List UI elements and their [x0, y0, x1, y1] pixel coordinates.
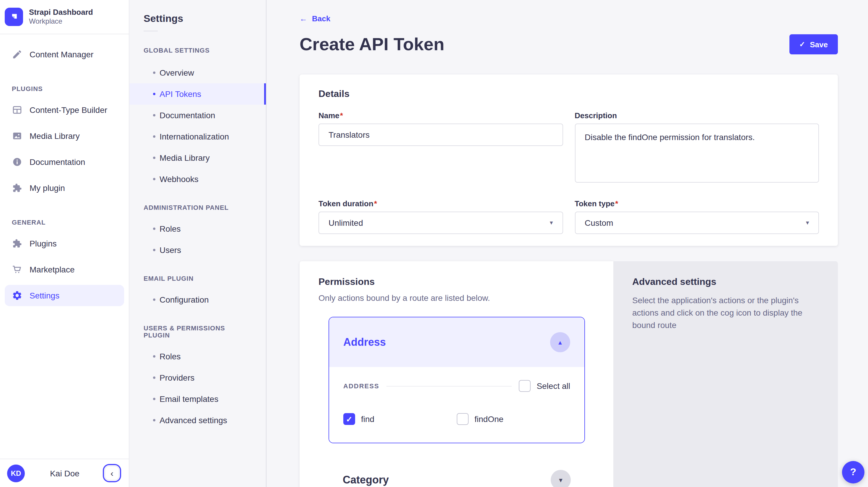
settings-item-overview[interactable]: Overview — [129, 62, 266, 83]
nav-item-my-plugin[interactable]: My plugin — [5, 177, 124, 199]
settings-item-webhooks[interactable]: Webhooks — [129, 169, 266, 190]
nav-item-label: My plugin — [30, 183, 65, 193]
nav-item-label: Media Library — [30, 131, 80, 141]
checkbox-unchecked-icon[interactable] — [457, 413, 469, 425]
main-content: ← Back Create API Token ✓ Save Details N… — [267, 0, 868, 487]
nav-item-documentation[interactable]: Documentation — [5, 151, 124, 173]
settings-item-api-tokens[interactable]: API Tokens — [129, 83, 266, 104]
name-input[interactable] — [318, 124, 563, 146]
save-label: Save — [810, 40, 828, 49]
checkbox-unchecked-icon[interactable] — [519, 380, 531, 392]
settings-item-label: Advanced settings — [159, 416, 227, 425]
required-asterisk: * — [615, 199, 618, 208]
nav-item-marketplace[interactable]: Marketplace — [5, 259, 124, 280]
bullet-icon — [153, 114, 155, 116]
settings-item-documentation[interactable]: Documentation — [129, 104, 266, 126]
page-title: Create API Token — [300, 33, 444, 56]
type-field-group: Token type* Custom ▼ — [575, 199, 819, 234]
user-menu[interactable]: KD Kai Doe ‹ — [0, 459, 129, 487]
collapse-accordion-button[interactable]: ▲ — [550, 332, 570, 352]
settings-item-roles-up[interactable]: Roles — [129, 346, 266, 367]
permissions-card: Permissions Only actions bound by a rout… — [300, 261, 613, 487]
bullet-icon — [153, 419, 155, 421]
bullet-icon — [153, 376, 155, 379]
bullet-icon — [153, 398, 155, 400]
bullet-icon — [153, 299, 155, 301]
permissions-region: Permissions Only actions bound by a rout… — [300, 261, 838, 487]
save-button[interactable]: ✓ Save — [789, 34, 838, 54]
nav-item-label: Documentation — [30, 157, 85, 167]
findone-checkbox[interactable]: findOne — [457, 413, 570, 425]
settings-item-media-library[interactable]: Media Library — [129, 147, 266, 169]
settings-item-label: Overview — [159, 68, 194, 78]
category-accordion-label: Category — [343, 474, 389, 486]
required-asterisk: * — [340, 111, 343, 120]
settings-sidebar-title: Settings — [144, 13, 252, 25]
find-checkbox[interactable]: ✓ find — [343, 413, 457, 425]
nav-item-media-library[interactable]: Media Library — [5, 125, 124, 147]
settings-item-roles-admin[interactable]: Roles — [129, 218, 266, 239]
name-label: Name* — [318, 111, 563, 120]
token-type-value: Custom — [585, 218, 613, 227]
user-name: Kai Doe — [30, 468, 100, 478]
address-accordion-header[interactable]: Address ▲ — [329, 317, 584, 367]
settings-sidebar: Settings GLOBAL SETTINGS Overview API To… — [129, 0, 267, 487]
chevron-down-icon: ▼ — [805, 220, 810, 226]
bullet-icon — [153, 355, 155, 358]
select-all-checkbox[interactable]: Select all — [519, 380, 570, 392]
nav-item-label: Settings — [30, 291, 59, 300]
permissions-title: Permissions — [318, 277, 585, 287]
address-accordion-body: ADDRESS Select all ✓ find — [329, 367, 584, 443]
nav-item-label: Marketplace — [30, 265, 75, 274]
check-icon: ✓ — [346, 415, 352, 423]
settings-item-label: Configuration — [159, 295, 209, 304]
strapi-logo-icon — [5, 8, 23, 26]
back-arrow-icon: ← — [300, 14, 307, 23]
help-button[interactable]: ? — [842, 461, 864, 483]
settings-item-providers[interactable]: Providers — [129, 367, 266, 388]
settings-item-configuration[interactable]: Configuration — [129, 289, 266, 310]
find-label: find — [361, 414, 374, 424]
nav-item-settings[interactable]: Settings — [5, 285, 124, 306]
puzzle-icon — [12, 238, 23, 249]
settings-item-label: Providers — [159, 373, 194, 383]
bullet-icon — [153, 249, 155, 251]
image-icon — [12, 131, 23, 141]
nav-item-plugins[interactable]: Plugins — [5, 233, 124, 254]
token-type-select[interactable]: Custom ▼ — [575, 212, 819, 234]
checkbox-checked-icon[interactable]: ✓ — [343, 413, 355, 425]
divider — [144, 31, 158, 31]
nav-item-content-manager[interactable]: Content Manager — [5, 44, 124, 65]
expand-accordion-button[interactable]: ▼ — [551, 470, 571, 487]
settings-item-advanced-settings[interactable]: Advanced settings — [129, 409, 266, 431]
brand-title: Strapi Dashboard — [29, 8, 93, 17]
description-textarea[interactable]: Disable the findOne permission for trans… — [575, 124, 819, 183]
back-label: Back — [312, 14, 330, 23]
main-sidebar: Strapi Dashboard Workplace Content Manag… — [0, 0, 129, 487]
caret-down-icon: ▼ — [558, 477, 564, 483]
bullet-icon — [153, 135, 155, 138]
cart-icon — [12, 264, 23, 275]
settings-item-internationalization[interactable]: Internationalization — [129, 126, 266, 147]
address-accordion: Address ▲ ADDRESS Select all — [329, 317, 585, 443]
settings-item-users[interactable]: Users — [129, 239, 266, 261]
brand-text: Strapi Dashboard Workplace — [29, 8, 93, 26]
select-all-label: Select all — [536, 381, 570, 391]
settings-item-label: Media Library — [159, 153, 210, 162]
settings-item-label: API Tokens — [159, 89, 201, 99]
category-accordion-header[interactable]: Category ▼ — [329, 455, 585, 487]
findone-label: findOne — [474, 414, 503, 424]
nav-item-content-type-builder[interactable]: Content-Type Builder — [5, 99, 124, 121]
address-group-label: ADDRESS — [343, 383, 379, 390]
token-duration-label: Token duration* — [318, 199, 563, 208]
nav-item-label: Plugins — [30, 239, 57, 248]
chevron-left-icon: ‹ — [111, 468, 114, 478]
collapse-sidebar-button[interactable]: ‹ — [104, 466, 119, 481]
back-link[interactable]: ← Back — [300, 14, 330, 23]
settings-item-email-templates[interactable]: Email templates — [129, 388, 266, 409]
bullet-icon — [153, 93, 155, 95]
advanced-settings-panel: Advanced settings Select the application… — [613, 261, 838, 487]
token-duration-value: Unlimited — [329, 218, 363, 227]
token-duration-select[interactable]: Unlimited ▼ — [318, 212, 563, 234]
nav-section-header-general: GENERAL — [12, 219, 129, 226]
